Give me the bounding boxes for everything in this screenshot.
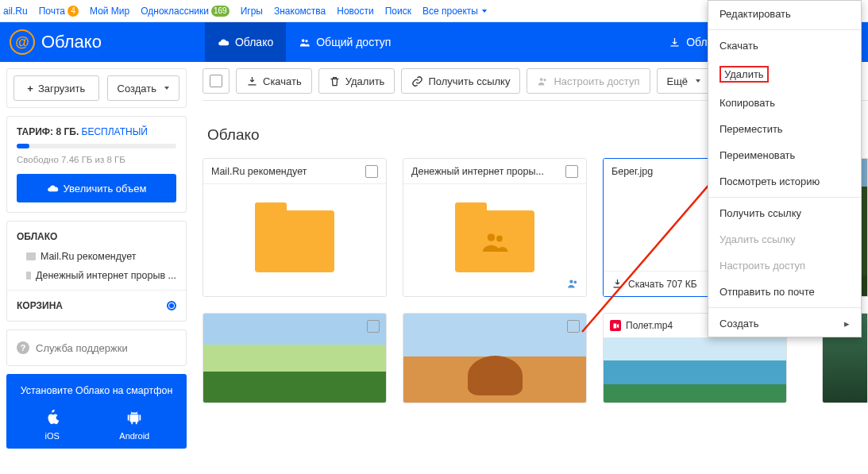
tarif-free-link[interactable]: БЕСПЛАТНЫЙ xyxy=(82,126,148,137)
card-checkbox[interactable] xyxy=(367,320,380,333)
ctx-move[interactable]: Переместить xyxy=(708,116,861,142)
create-label: Создать xyxy=(118,83,156,94)
nav-games[interactable]: Игры xyxy=(241,6,263,17)
tree-item-recommend[interactable]: Mail.Ru рекомендует xyxy=(7,247,186,266)
card-title: Денежный интернет проры... xyxy=(411,166,544,177)
cloud-icon xyxy=(47,183,59,195)
download-icon xyxy=(611,278,623,290)
storage-progress xyxy=(17,144,176,148)
toolbar-more[interactable]: Ещё xyxy=(657,68,712,94)
android-label: Android xyxy=(119,431,149,441)
link-icon xyxy=(411,75,423,87)
toolbar-more-label: Ещё xyxy=(667,75,689,87)
ctx-dellink: Удалить ссылку xyxy=(708,226,861,252)
card-title: Mail.Ru рекомендует xyxy=(211,166,307,177)
nav-ok-label: Одноклассники xyxy=(141,6,209,17)
tarif-panel: ТАРИФ: 8 ГБ. БЕСПЛАТНЫЙ Свободно 7.46 ГБ… xyxy=(6,116,187,213)
thumbnail xyxy=(203,314,386,403)
upload-label: Загрузить xyxy=(38,83,85,94)
svg-point-3 xyxy=(544,79,546,81)
card-checkbox[interactable] xyxy=(365,165,378,178)
svg-point-7 xyxy=(574,281,577,284)
shared-badge-icon xyxy=(566,277,580,293)
chevron-down-icon xyxy=(482,10,487,13)
mobile-title: Установите Облако на смартфон xyxy=(14,385,179,396)
radio-icon xyxy=(167,301,176,310)
svg-point-2 xyxy=(540,78,543,81)
toolbar-delete-label: Удалить xyxy=(345,75,385,87)
ctx-delete[interactable]: Удалить xyxy=(708,59,861,90)
download-icon xyxy=(669,37,681,48)
nav-mail[interactable]: Почта 4 xyxy=(39,6,79,17)
apple-icon xyxy=(44,407,61,428)
thumbnail xyxy=(403,314,586,403)
ctx-share: Настроить доступ xyxy=(708,252,861,279)
chevron-down-icon xyxy=(164,87,169,90)
tree-trash-title[interactable]: КОРЗИНА xyxy=(7,295,186,316)
ctx-getlink[interactable]: Получить ссылку xyxy=(708,200,861,226)
android-link[interactable]: Android xyxy=(119,407,149,441)
svg-point-5 xyxy=(496,235,503,241)
tree-cloud-title[interactable]: ОБЛАКО xyxy=(7,226,186,247)
folder-shared-icon xyxy=(455,210,534,272)
tab-cloud[interactable]: Облако xyxy=(205,22,286,62)
thumbnail xyxy=(604,337,786,403)
support-link[interactable]: ? Служба поддержки xyxy=(6,329,187,366)
card-checkbox[interactable] xyxy=(567,320,580,333)
nav-dating[interactable]: Знакомства xyxy=(274,6,326,17)
ctx-edit[interactable]: Редактировать xyxy=(708,1,861,27)
ctx-create[interactable]: Создать▸ xyxy=(708,310,861,337)
folder-card-recommend[interactable]: Mail.Ru рекомендует xyxy=(203,158,387,297)
nav-ok[interactable]: Одноклассники 169 xyxy=(141,6,229,17)
ctx-history[interactable]: Посмотреть историю xyxy=(708,168,861,195)
nav-allprojects[interactable]: Все проекты xyxy=(422,6,487,17)
ok-badge: 169 xyxy=(211,6,230,17)
ctx-mail[interactable]: Отправить по почте xyxy=(708,279,861,305)
ctx-copy[interactable]: Копировать xyxy=(708,90,861,116)
download-icon xyxy=(246,75,258,87)
upload-button[interactable]: +Загрузить xyxy=(14,75,99,101)
download-size-label[interactable]: Скачать 707 КБ xyxy=(628,279,697,290)
toolbar-delete[interactable]: Удалить xyxy=(318,68,395,94)
folder-icon xyxy=(26,272,31,279)
folder-icon xyxy=(26,252,36,260)
tree-panel: ОБЛАКО Mail.Ru рекомендует Денежный инте… xyxy=(6,221,187,322)
card-checkbox[interactable] xyxy=(565,165,578,178)
tree-item-money[interactable]: Денежный интернет прорыв ... xyxy=(7,266,186,285)
cloud-icon xyxy=(218,37,230,48)
storage-free-text: Свободно 7.46 ГБ из 8 ГБ xyxy=(17,155,176,164)
create-button[interactable]: Создать xyxy=(107,75,179,101)
enlarge-label: Увеличить объем xyxy=(64,183,147,195)
nav-mymir[interactable]: Мой Мир xyxy=(90,6,129,17)
nav-search[interactable]: Поиск xyxy=(385,6,411,17)
support-label: Служба поддержки xyxy=(36,342,128,354)
nav-mail-label: Почта xyxy=(39,6,65,17)
toolbar-share[interactable]: Настроить доступ xyxy=(527,68,650,94)
logo-text: Облако xyxy=(41,32,102,52)
enlarge-button[interactable]: Увеличить объем xyxy=(17,174,176,202)
svg-point-1 xyxy=(306,40,308,42)
mobile-panel: Установите Облако на смартфон iOS Androi… xyxy=(6,374,187,449)
ios-label: iOS xyxy=(45,431,60,441)
file-thumb-1[interactable] xyxy=(203,313,387,403)
card-title: Полет.mp4 xyxy=(626,320,673,331)
ctx-download[interactable]: Скачать xyxy=(708,33,861,59)
ios-link[interactable]: iOS xyxy=(44,407,61,441)
nav-all-label: Все проекты xyxy=(422,6,478,17)
logo[interactable]: @ Облако xyxy=(10,29,102,55)
toolbar-download[interactable]: Скачать xyxy=(236,68,312,94)
ctx-rename[interactable]: Переименовать xyxy=(708,142,861,168)
toolbar-share-label: Настроить доступ xyxy=(554,75,639,87)
select-all-checkbox[interactable] xyxy=(203,68,230,94)
nav-mailru[interactable]: ail.Ru xyxy=(3,6,28,17)
svg-point-4 xyxy=(488,233,496,241)
toolbar-getlink[interactable]: Получить ссылку xyxy=(401,68,520,94)
svg-point-6 xyxy=(569,280,573,283)
sidebar: +Загрузить Создать ТАРИФ: 8 ГБ. БЕСПЛАТН… xyxy=(0,62,193,455)
nav-news[interactable]: Новости xyxy=(337,6,373,17)
video-icon xyxy=(610,320,621,331)
toolbar-download-label: Скачать xyxy=(263,75,302,87)
folder-card-money[interactable]: Денежный интернет проры... xyxy=(403,158,587,297)
tab-shared[interactable]: Общий доступ xyxy=(286,22,403,62)
file-thumb-2[interactable] xyxy=(403,313,587,403)
